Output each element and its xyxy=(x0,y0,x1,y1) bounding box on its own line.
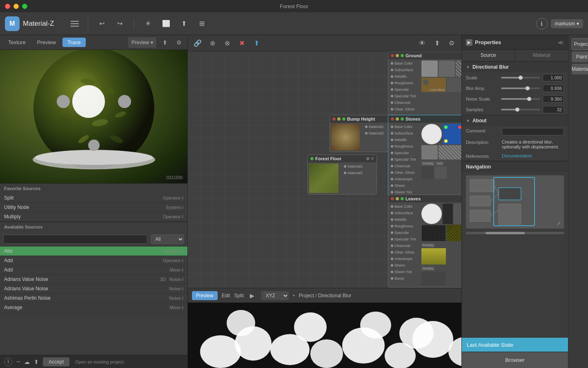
about-comment-input[interactable] xyxy=(502,128,564,135)
prop-scale-slider[interactable] xyxy=(501,77,540,79)
node-leaves[interactable]: Leaves Base Color Subsurface Metallic Ro… xyxy=(388,195,461,287)
source-item-abs[interactable]: Abs Operator-I xyxy=(0,247,187,256)
source-item-ashimas[interactable]: Ashimas Perlin Noise Noise-I xyxy=(0,294,187,303)
paint-button[interactable]: Paint xyxy=(572,52,588,62)
port-dot xyxy=(391,82,393,84)
prop-blur-value[interactable] xyxy=(543,85,564,92)
search-input[interactable] xyxy=(3,235,147,244)
svg-point-26 xyxy=(294,312,327,342)
node-share-button[interactable]: ⬆ xyxy=(431,38,443,49)
section-header[interactable]: ▼ Directional Blur xyxy=(462,62,568,72)
prop-samples-value[interactable] xyxy=(543,106,564,113)
preview-mode-button[interactable]: Preview ▾ xyxy=(128,37,156,48)
preview-bottom-button[interactable]: Preview xyxy=(192,291,218,300)
node-stones[interactable]: Stones Base Color Subsurface Metallic Ro… xyxy=(388,115,461,203)
available-header: Available Sources xyxy=(0,222,187,232)
about-description-value: Creates a directional blur,optionally wi… xyxy=(502,139,564,149)
source-item-add-mix[interactable]: Add Mixer-I xyxy=(0,265,187,275)
window-title: Forest Floor xyxy=(280,3,308,9)
tool-star-button[interactable]: ✳ xyxy=(142,17,155,30)
minimize-button[interactable] xyxy=(13,4,19,9)
source-item-adrians[interactable]: Adrians Value Noise Noise-I xyxy=(0,284,187,294)
node-expand-icon xyxy=(401,197,404,200)
nav-minimap[interactable]: ⤢ xyxy=(466,175,564,229)
nav-expand-button[interactable]: ⤢ xyxy=(555,220,562,227)
props-collapse-button[interactable]: ≪ xyxy=(558,39,564,46)
source-item-average[interactable]: Average Mixer-I xyxy=(0,303,187,312)
menu-button[interactable] xyxy=(69,18,80,29)
user-menu-button[interactable]: markusm ▾ xyxy=(551,19,583,28)
tab-texture[interactable]: Texture xyxy=(3,38,31,47)
tab-source[interactable]: Source xyxy=(462,50,515,61)
node-stack-button[interactable]: ⬆ xyxy=(251,38,262,49)
project-button[interactable]: Project xyxy=(572,38,588,50)
tab-preview[interactable]: Preview xyxy=(32,38,61,47)
accept-button[interactable]: Accept xyxy=(43,357,69,366)
prop-scale-slider-container xyxy=(501,77,540,79)
redo-button[interactable]: ↪ xyxy=(114,17,127,30)
status-minus-button[interactable]: − xyxy=(16,359,20,365)
node-canvas[interactable]: Ground Base Color Subsurface Metallic Ro… xyxy=(188,52,461,288)
info-button[interactable]: ℹ xyxy=(536,18,548,29)
prop-samples-thumb xyxy=(515,108,519,112)
prop-scale-fill xyxy=(501,77,521,79)
port-dot xyxy=(391,258,393,260)
port-dot xyxy=(391,191,393,193)
node-delete-button[interactable]: ✖ xyxy=(236,38,247,49)
tool-grid-button[interactable]: ⊞ xyxy=(196,17,209,30)
prop-blur-slider[interactable] xyxy=(501,88,540,89)
prop-noise-slider[interactable] xyxy=(501,98,540,100)
tab-material[interactable]: Material xyxy=(515,50,568,61)
sources-list: Abs Operator-I Add Operator-I Add Mixer-… xyxy=(0,247,187,355)
leaves-yellow-preview xyxy=(447,225,461,241)
about-section: ▼ About Comment Description Creates a di… xyxy=(462,115,568,161)
prop-noise-row: Noise Scale. xyxy=(462,94,568,104)
node-connect-button[interactable]: ⊗ xyxy=(221,38,233,49)
source-item-adrians-3d[interactable]: Adrians Value Noise 3D Noise-I xyxy=(0,275,187,284)
node-settings-button[interactable]: ⚙ xyxy=(446,38,457,49)
node-min-icon xyxy=(396,117,399,121)
node-eye-button[interactable]: 👁 xyxy=(416,38,428,49)
node-minimize-icon xyxy=(396,54,399,57)
status-share-button[interactable]: ⬆ xyxy=(34,359,39,365)
stone-mini-preview xyxy=(421,166,434,179)
port-dot xyxy=(391,158,393,161)
upload-tab-icon[interactable]: ⬆ xyxy=(160,37,170,48)
maximize-button[interactable] xyxy=(22,4,27,9)
tab-trace[interactable]: Trace xyxy=(62,38,86,47)
favorite-item-multiply[interactable]: Multiply Operator-I xyxy=(0,212,187,222)
search-bar: All Operator Noise Mixer xyxy=(0,232,187,247)
port-dot xyxy=(391,271,393,273)
props-expand-icon[interactable]: ▶ xyxy=(466,39,472,46)
node-link-button[interactable]: 🔗 xyxy=(192,38,203,49)
tool-upload-button[interactable]: ⬆ xyxy=(178,17,191,30)
about-section-header[interactable]: ▼ About xyxy=(462,115,568,126)
undo-button[interactable]: ↩ xyxy=(96,17,109,30)
favorite-item-split[interactable]: Split Operator-I xyxy=(0,193,187,203)
prop-noise-value[interactable] xyxy=(543,95,564,103)
node-add-button[interactable]: ⊕ xyxy=(207,38,218,49)
node-forest-floor[interactable]: Forest Floor ⊞ ✕ Material1 Material2 xyxy=(307,155,377,195)
split-bottom-button[interactable]: Split xyxy=(234,293,243,298)
category-select[interactable]: All Operator Noise Mixer xyxy=(151,234,184,244)
close-button[interactable] xyxy=(5,4,10,9)
source-item-add-op[interactable]: Add Operator-I xyxy=(0,256,187,265)
settings-tab-icon[interactable]: ⚙ xyxy=(174,37,184,48)
play-button[interactable]: ▶ xyxy=(248,291,257,300)
tool-square-button[interactable]: ⬜ xyxy=(160,17,173,30)
doc-link[interactable]: Documentation xyxy=(502,153,564,158)
materials-button[interactable]: Materials xyxy=(572,64,588,74)
node-bump-height[interactable]: Bump Height Material1 Material2 xyxy=(330,115,391,152)
port-dot xyxy=(391,139,393,141)
nav-scrollbar[interactable] xyxy=(466,232,564,234)
xyz-select[interactable]: XYZ UV World xyxy=(261,291,289,300)
port-dot xyxy=(391,88,393,91)
status-cloud-button[interactable]: ☁ xyxy=(24,359,30,365)
edit-bottom-button[interactable]: Edit xyxy=(222,293,230,298)
svg-point-13 xyxy=(57,95,70,108)
browser-button[interactable]: Browser xyxy=(462,352,568,368)
prop-samples-slider[interactable] xyxy=(501,109,540,110)
status-info-button[interactable]: ℹ xyxy=(4,358,12,366)
prop-scale-value[interactable] xyxy=(543,74,564,81)
favorite-item-utility[interactable]: Utility Node System-I xyxy=(0,203,187,212)
